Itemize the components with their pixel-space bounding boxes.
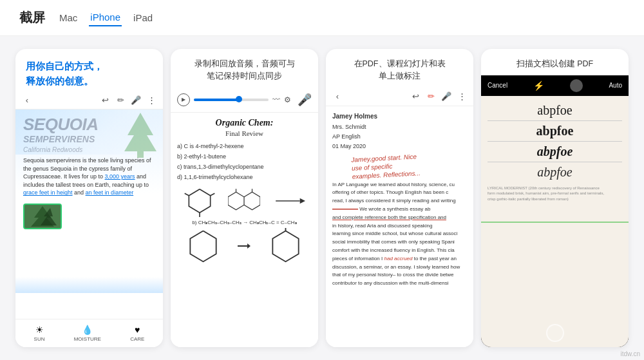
chevron-left-icon-3[interactable]: ‹ <box>332 91 343 102</box>
card1-body: SEQUOIA SEMPERVIRENS California Redwoods… <box>15 109 163 319</box>
abpfoe-divider-2 <box>488 141 622 142</box>
play-button[interactable]: ▶ <box>177 93 190 106</box>
tab-ipad[interactable]: iPad <box>132 10 154 26</box>
svg-line-5 <box>210 194 214 196</box>
waveform-icon: 〰 <box>272 95 280 104</box>
pen-icon[interactable]: ✏ <box>115 95 126 105</box>
scan-shutter-button[interactable] <box>546 324 564 342</box>
audio-playback-bar: ▶ 〰 ⚙ 🎤 <box>171 88 318 113</box>
flash-icon[interactable]: ⚡ <box>533 81 544 91</box>
card4-scan-area: abpfoe abpfoe abpfoe abpfoe LYRICAL MODE… <box>481 96 629 347</box>
card2-content: ▶ 〰 ⚙ 🎤 Organic Chem: Final Review C is … <box>171 88 318 348</box>
chem-item-a: C is 4-methyl-2-hexene <box>177 141 312 151</box>
pen-icon-3[interactable]: ✏ <box>426 91 436 102</box>
tab-navigation: Mac iPhone iPad <box>58 9 154 26</box>
abpfoe-line-3: abpfoe <box>488 144 622 160</box>
undo-icon[interactable]: ↩ <box>100 95 110 105</box>
card1-headline: 用你自己的方式，释放你的创意。 <box>15 49 163 91</box>
abpfoe-divider-1 <box>488 120 622 121</box>
card3-body: Jamey Holmes Mrs. Schmidt AP English 01 … <box>326 106 473 348</box>
hex-structure-2 <box>228 185 260 217</box>
heart-icon: ♥ <box>135 325 140 335</box>
chem-list: C is 4-methyl-2-hexene 2-ethyl-1-butene … <box>177 141 312 183</box>
toolbar-right-icons-3: ↩ ✏ 🎤 ⋮ <box>410 91 467 102</box>
abpfoe-line-1: abpfoe <box>488 102 622 118</box>
moisture-label: MOISTURE <box>74 336 101 342</box>
scanner-cancel-button[interactable]: Cancel <box>488 82 507 89</box>
tree-decoration <box>118 109 163 161</box>
toolbar-right-icons: ↩ ✏ 🎤 ⋮ <box>100 95 156 105</box>
tab-mac[interactable]: Mac <box>58 10 79 26</box>
feature-card-pdf-annotation: 在PDF、课程幻灯片和表单上做标注 ‹ ↩ ✏ 🎤 ⋮ Jamey Holmes… <box>326 49 473 347</box>
svg-line-6 <box>184 194 189 196</box>
watermark: itdw.cn <box>620 350 640 357</box>
essay-class: AP English <box>332 132 467 141</box>
chevron-left-icon[interactable]: ‹ <box>22 95 32 105</box>
footer-moisture: 💧 MOISTURE <box>74 325 101 342</box>
chem-formula: b) CH₃CH₂–CH₂–CH₂ → CH₃CH₂–C = C–CH₃ <box>177 220 312 225</box>
chem-title: Organic Chem: <box>177 118 312 128</box>
sequoia-image <box>23 204 62 229</box>
tab-iphone[interactable]: iPhone <box>89 9 122 26</box>
sun-label: SUN <box>34 336 45 342</box>
feature-card-audio: 录制和回放音频，音频可与笔记保持时间点同步 ▶ 〰 ⚙ 🎤 Organic Ch… <box>171 49 318 347</box>
more-icon[interactable]: ⋮ <box>146 95 156 105</box>
essay-body: In AP Language we learned about history,… <box>332 181 467 288</box>
mic-icon[interactable]: 🎤 <box>131 95 141 105</box>
card3-headline: 在PDF、课程幻灯片和表单上做标注 <box>326 49 473 88</box>
essay-date: 01 May 2020 <box>332 142 467 151</box>
svg-marker-10 <box>300 198 305 204</box>
abpfoe-content: abpfoe abpfoe abpfoe abpfoe <box>485 100 625 183</box>
card3-toolbar: ‹ ↩ ✏ 🎤 ⋮ <box>326 88 473 106</box>
scan-small-text: LYRICAL MODERNIST (20th century rediscov… <box>485 185 625 202</box>
essay-author: Jamey Holmes <box>332 111 467 122</box>
card4-content: Cancel ⚡ Auto abpfoe abpfoe abpfoe abpfo… <box>481 75 629 347</box>
chem-subtitle: Final Review <box>177 129 312 137</box>
chem-structures <box>177 185 312 217</box>
footer-sun: ☀ SUN <box>34 325 45 342</box>
abpfoe-divider-3 <box>488 162 622 162</box>
chem-item-b: 2-ethyl-1-butene <box>177 151 312 162</box>
feature-card-scan: 扫描文档以创建 PDF Cancel ⚡ Auto abpfoe abpfoe … <box>481 49 629 347</box>
card1-content: ‹ ↩ ✏ 🎤 ⋮ SEQUOIA SEMPERVIRENS Californi… <box>15 91 163 347</box>
more-icon-3[interactable]: ⋮ <box>457 91 467 102</box>
card2-body: Organic Chem: Final Review C is 4-methyl… <box>171 113 318 348</box>
progress-fill <box>194 99 239 101</box>
scanner-auto-label[interactable]: Auto <box>609 82 622 89</box>
mic-icon-large[interactable]: 🎤 <box>298 93 312 107</box>
card4-headline: 扫描文档以创建 PDF <box>481 49 629 75</box>
card3-content: ‹ ↩ ✏ 🎤 ⋮ Jamey Holmes Mrs. Schmidt AP E… <box>326 88 473 348</box>
hex-structure-4 <box>185 228 221 263</box>
progress-dot <box>236 96 242 102</box>
card1-footer: ☀ SUN 💧 MOISTURE ♥ CARE <box>15 319 163 347</box>
color-picker-icon[interactable] <box>570 79 583 92</box>
hex-structure-5 <box>268 228 303 263</box>
scan-line <box>481 222 629 223</box>
sun-icon: ☀ <box>35 325 44 335</box>
svg-marker-0 <box>124 113 156 158</box>
audio-progress-bar[interactable] <box>194 99 269 101</box>
mic-icon-3[interactable]: 🎤 <box>441 91 451 102</box>
abpfoe-line-4: abpfoe <box>488 164 622 180</box>
care-label: CARE <box>130 336 144 342</box>
header: 截屏 Mac iPhone iPad <box>0 0 644 36</box>
red-annotation: Jamey,good start. Niceuse of specificexa… <box>351 152 421 181</box>
main-content: 用你自己的方式，释放你的创意。 ‹ ↩ ✏ 🎤 ⋮ SEQUOIA S <box>0 36 644 360</box>
hex-structure-3 <box>273 185 305 217</box>
abpfoe-line-2: abpfoe <box>488 123 622 139</box>
chem-item-c: trans,1,3-dimethylcyclopentane <box>177 162 312 172</box>
footer-care: ♥ CARE <box>130 325 144 342</box>
svg-marker-12 <box>247 243 251 249</box>
page-title: 截屏 <box>19 9 45 26</box>
card1-toolbar: ‹ ↩ ✏ 🎤 ⋮ <box>15 91 163 109</box>
chem-structures-2 <box>177 228 312 263</box>
forest-image <box>24 205 61 228</box>
feature-card-creativity: 用你自己的方式，释放你的创意。 ‹ ↩ ✏ 🎤 ⋮ SEQUOIA S <box>15 49 163 347</box>
essay-teacher: Mrs. Schmidt <box>332 122 467 131</box>
scanner-toolbar: Cancel ⚡ Auto <box>481 75 629 96</box>
undo-icon-3[interactable]: ↩ <box>410 91 421 102</box>
water-icon: 💧 <box>82 325 93 335</box>
chem-item-d: 1,1,6-trimethylcyclohexane <box>177 172 312 182</box>
settings-icon[interactable]: ⚙ <box>284 95 291 104</box>
arrow-icon <box>238 240 251 252</box>
